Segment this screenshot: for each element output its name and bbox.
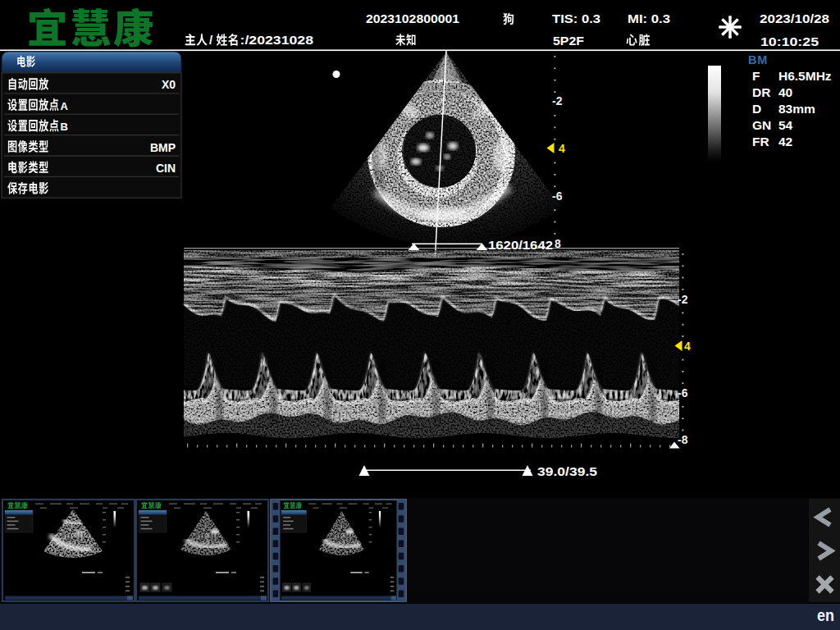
svg-text:H6.5MHz: H6.5MHz [778, 69, 832, 83]
svg-text:TIS: 0.3: TIS: 0.3 [552, 11, 600, 25]
svg-text:2023/10/28: 2023/10/28 [760, 11, 829, 25]
svg-text:4: 4 [684, 340, 691, 353]
svg-text:-6: -6 [552, 189, 563, 203]
svg-text:BMP: BMP [150, 141, 176, 154]
svg-text:BM: BM [748, 53, 768, 66]
svg-text:-2: -2 [552, 94, 563, 107]
svg-text:54: 54 [778, 118, 793, 132]
svg-text:39.0/39.5: 39.0/39.5 [537, 464, 597, 478]
svg-text:2023102800001: 2023102800001 [366, 11, 459, 25]
svg-text:4: 4 [559, 142, 565, 155]
svg-text:DR: DR [752, 85, 770, 99]
svg-text:GN: GN [752, 118, 771, 132]
svg-text:A: A [61, 100, 69, 112]
svg-text:-2: -2 [678, 293, 688, 306]
svg-text:MI: 0.3: MI: 0.3 [628, 11, 670, 25]
svg-text:en: en [817, 605, 834, 624]
svg-text:42: 42 [778, 135, 792, 148]
svg-text::/20231028: :/20231028 [240, 33, 314, 47]
svg-text:5P2F: 5P2F [553, 34, 584, 48]
svg-text:40: 40 [778, 85, 792, 99]
svg-text:CIN: CIN [156, 162, 176, 175]
svg-text:-8: -8 [678, 433, 688, 446]
svg-text:-6: -6 [678, 386, 688, 399]
svg-text:10:10:25: 10:10:25 [760, 34, 819, 48]
svg-text:F: F [752, 69, 760, 83]
svg-text:83mm: 83mm [778, 102, 815, 116]
svg-text:B: B [61, 121, 68, 133]
svg-text:8: 8 [555, 237, 561, 250]
svg-text:D: D [752, 102, 761, 116]
svg-text:1620/1642: 1620/1642 [488, 238, 553, 252]
svg-text:FR: FR [752, 135, 769, 148]
svg-text:X0: X0 [162, 78, 176, 91]
